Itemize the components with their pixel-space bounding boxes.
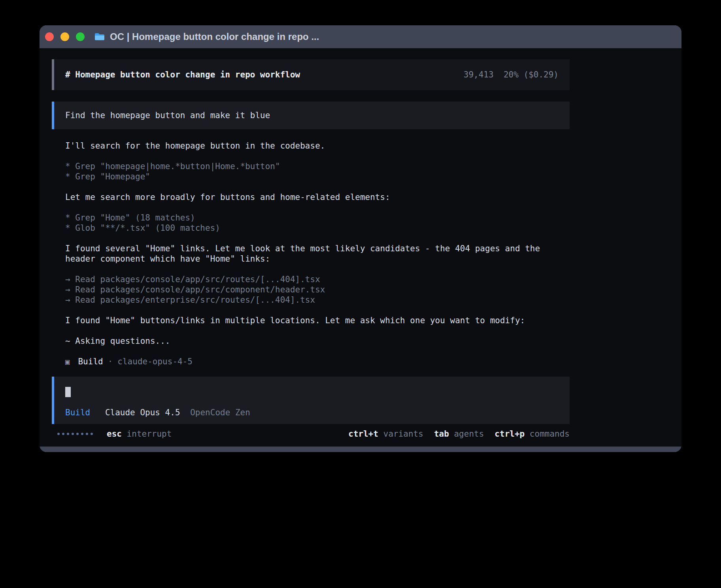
output-line (65, 202, 567, 213)
assistant-output: I'll search for the homepage button in t… (52, 141, 567, 367)
interrupt-label (122, 429, 127, 439)
output-line: → Read packages/console/app/src/routes/[… (65, 274, 567, 285)
agent-mode-label[interactable]: Build (65, 408, 90, 417)
output-line: * Grep "homepage|home.*button|Home.*butt… (65, 161, 567, 172)
minimize-button[interactable] (60, 32, 69, 41)
shortcut-hint: ctrl+p commands (495, 429, 570, 439)
model-name-label[interactable]: Claude Opus 4.5 (105, 408, 180, 417)
session-stats: 39,413 20% ($0.29) (464, 70, 559, 80)
output-line: * Grep "Homepage" (65, 172, 567, 182)
status-shortcuts: ctrl+t variantstab agentsctrl+p commands (348, 429, 570, 439)
output-line: I found several "Home" links. Let me loo… (65, 243, 567, 264)
output-line (65, 233, 567, 243)
prompt-input[interactable]: Build Claude Opus 4.5 OpenCode Zen (52, 377, 570, 424)
shortcut-hint: tab agents (434, 429, 484, 439)
text-cursor (65, 387, 71, 397)
input-line[interactable] (65, 387, 559, 397)
output-line (65, 346, 567, 356)
agent-status-line: ▣ Build · claude-opus-4-5 (65, 356, 567, 367)
window-title: OC | Homepage button color change in rep… (110, 31, 319, 42)
title-bar: OC | Homepage button color change in rep… (40, 25, 681, 48)
output-line: * Grep "Home" (18 matches) (65, 213, 567, 223)
spinner-dot (81, 433, 83, 435)
spinner-dot (72, 433, 74, 435)
status-left: esc interrupt (52, 429, 172, 439)
output-line (65, 264, 567, 274)
window-controls (45, 32, 85, 41)
output-line: I found "Home" buttons/links in multiple… (65, 315, 567, 326)
output-line: → Read packages/enterprise/src/routes/[.… (65, 295, 567, 305)
interrupt-hint-label: interrupt (127, 429, 172, 439)
session-header: # Homepage button color change in repo w… (52, 59, 570, 90)
close-button[interactable] (45, 32, 54, 41)
status-bar: esc interrupt ctrl+t variantstab agentsc… (52, 429, 570, 439)
zoom-button[interactable] (76, 32, 85, 41)
terminal-content: # Homepage button color change in repo w… (40, 48, 681, 447)
output-line: * Glob "**/*.tsx" (100 matches) (65, 223, 567, 233)
agent-icon: ▣ (65, 356, 70, 367)
user-message: Find the homepage button and make it blu… (52, 102, 570, 129)
esc-key-hint: esc (107, 429, 122, 439)
shortcut-hint: ctrl+t variants (348, 429, 423, 439)
assistant-lines: I'll search for the homepage button in t… (65, 141, 567, 356)
title-group: OC | Homepage button color change in rep… (94, 31, 319, 42)
agent-separator: · (108, 356, 113, 367)
agent-name: Build (78, 356, 103, 367)
output-line (65, 151, 567, 161)
agent-model: claude-opus-4-5 (117, 356, 193, 367)
window-bottom-edge (40, 447, 681, 452)
terminal-window: OC | Homepage button color change in rep… (40, 25, 681, 452)
spinner-dot (62, 433, 64, 435)
model-status-line: Build Claude Opus 4.5 OpenCode Zen (65, 407, 559, 418)
spinner-dots (57, 433, 93, 435)
output-line: Let me search more broadly for buttons a… (65, 192, 567, 202)
spinner-dot (57, 433, 60, 435)
spinner-dot (91, 433, 93, 435)
spinner-dot (67, 433, 69, 435)
folder-icon (94, 32, 105, 41)
output-line (65, 305, 567, 315)
output-line: ~ Asking questions... (65, 336, 567, 346)
spinner-dot (76, 433, 79, 435)
provider-label: OpenCode Zen (190, 408, 250, 417)
output-line (65, 182, 567, 192)
session-title: # Homepage button color change in repo w… (65, 70, 300, 80)
output-line: I'll search for the homepage button in t… (65, 141, 567, 151)
spinner-dot (86, 433, 88, 435)
output-line (65, 326, 567, 336)
user-message-text: Find the homepage button and make it blu… (65, 110, 270, 121)
output-line: → Read packages/console/app/src/componen… (65, 285, 567, 295)
